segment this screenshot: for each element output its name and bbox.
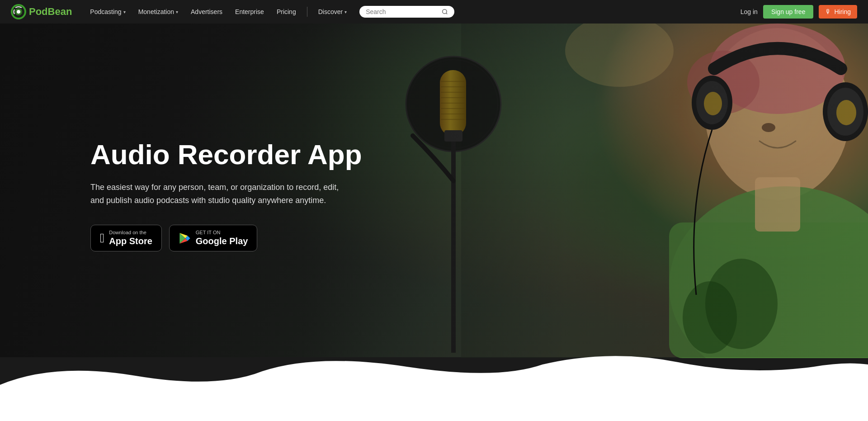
nav-pricing[interactable]: Pricing xyxy=(271,5,302,18)
nav-advertisers[interactable]: Advertisers xyxy=(185,5,228,18)
hero-title: Audio Recorder App xyxy=(90,139,380,170)
chevron-down-icon: ▾ xyxy=(344,9,347,14)
logo-text: PodBean xyxy=(29,6,72,18)
chevron-down-icon: ▾ xyxy=(176,9,178,14)
navbar: PodBean Podcasting ▾ Monetization ▾ Adve… xyxy=(0,0,868,24)
logo-icon xyxy=(11,4,26,19)
logo[interactable]: PodBean xyxy=(11,4,72,19)
nav-discover[interactable]: Discover ▾ xyxy=(313,5,352,18)
search-bar[interactable] xyxy=(359,6,454,18)
hero-subtitle: The easiest way for any person, team, or… xyxy=(90,181,344,207)
google-play-icon xyxy=(179,232,191,245)
hero-content: Audio Recorder App The easiest way for a… xyxy=(0,24,868,358)
app-store-text: Download on the App Store xyxy=(109,230,152,246)
apple-icon:  xyxy=(100,232,104,245)
svg-line-5 xyxy=(446,13,448,14)
signup-button[interactable]: Sign up free xyxy=(763,5,814,19)
hiring-button[interactable]: 🎙 Hiring xyxy=(819,5,857,19)
svg-point-4 xyxy=(443,9,447,14)
nav-enterprise[interactable]: Enterprise xyxy=(230,5,269,18)
google-play-button[interactable]: GET IT ON Google Play xyxy=(169,225,258,251)
hero-section: Audio Recorder App The easiest way for a… xyxy=(0,0,868,421)
chevron-down-icon: ▾ xyxy=(123,9,126,14)
nav-right: Log in Sign up free 🎙 Hiring xyxy=(741,5,857,19)
svg-point-3 xyxy=(17,10,20,14)
nav-links: Podcasting ▾ Monetization ▾ Advertisers … xyxy=(85,5,740,18)
search-icon xyxy=(442,9,448,15)
login-button[interactable]: Log in xyxy=(741,8,758,15)
hero-wave xyxy=(0,349,868,421)
app-store-button[interactable]:  Download on the App Store xyxy=(90,225,162,251)
mic-icon: 🎙 xyxy=(825,8,831,15)
nav-divider xyxy=(307,7,307,17)
search-input[interactable] xyxy=(366,8,438,15)
nav-monetization[interactable]: Monetization ▾ xyxy=(133,5,184,18)
hero-cta-buttons:  Download on the App Store GET IT ON Go… xyxy=(90,225,868,251)
nav-podcasting[interactable]: Podcasting ▾ xyxy=(85,5,131,18)
google-play-text: GET IT ON Google Play xyxy=(196,230,248,246)
